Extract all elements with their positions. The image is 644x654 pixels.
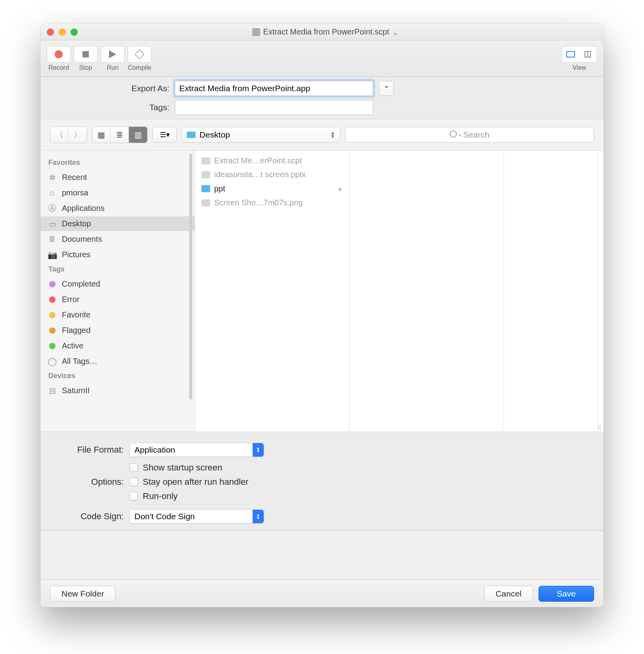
record-button[interactable]: [47, 46, 71, 63]
file-browser: Favorites ✲Recent⌂pmorsaⒶApplications▭De…: [40, 151, 604, 432]
close-window-button[interactable]: [47, 29, 54, 36]
sidebar-item-label: Completed: [62, 279, 100, 289]
save-label: Save: [557, 589, 576, 599]
nav-back-forward: 〈 〉: [50, 126, 87, 143]
options-label: Options:: [48, 477, 124, 487]
tags-input[interactable]: [175, 100, 373, 115]
sidebar-item-applications[interactable]: ⒶApplications: [40, 201, 195, 216]
minimize-window-button[interactable]: [59, 29, 66, 36]
sidebar-device-saturnii[interactable]: ⊟SaturnII: [40, 383, 195, 398]
stop-button[interactable]: [74, 46, 98, 63]
apps-icon: Ⓐ: [48, 205, 57, 212]
export-as-field-wrap: [175, 81, 373, 96]
sidebar-tag-favorite[interactable]: Favorite: [40, 308, 195, 322]
cancel-button[interactable]: Cancel: [484, 586, 533, 602]
view-mode-2[interactable]: [579, 46, 597, 62]
run-button[interactable]: [101, 46, 125, 63]
zoom-window-button[interactable]: [71, 29, 78, 36]
sidebar-tag-completed[interactable]: Completed: [40, 277, 195, 291]
search-field[interactable]: Search: [345, 127, 594, 143]
file-format-label: File Format:: [48, 445, 124, 455]
hammer-icon: [134, 49, 144, 59]
file-icon: [201, 171, 210, 178]
checkbox-1[interactable]: [129, 478, 138, 486]
titlebar: Extract Media from PowerPoint.scpt ⌄: [40, 24, 604, 40]
export-sheet: Export As: ⌃ Tags: 〈 〉 ▦ ≣ ▥ ☰▾: [40, 77, 604, 531]
arrange-button[interactable]: ☰▾: [152, 127, 177, 143]
sidebar-scrollbar[interactable]: [189, 154, 192, 400]
view-mode-1[interactable]: [562, 46, 579, 62]
compile-label: Compile: [128, 64, 151, 71]
sidebar-item-recent[interactable]: ✲Recent: [40, 170, 195, 185]
nav-back-button[interactable]: 〈: [50, 127, 69, 143]
new-folder-label: New Folder: [61, 589, 104, 599]
column-resize-grip[interactable]: ||: [598, 424, 604, 432]
location-popup[interactable]: Desktop ▲▼: [182, 127, 340, 143]
compile-button[interactable]: [128, 46, 151, 63]
icon-view-button[interactable]: ▦: [92, 127, 111, 143]
sidebar-item-label: All Tags…: [62, 357, 98, 366]
sidebar-item-label: Favorite: [62, 310, 90, 319]
select-arrows-icon: ▲▼: [253, 510, 264, 523]
file-row: ideasonsta…t screen.pptx: [197, 168, 347, 182]
list-view-button[interactable]: ≣: [111, 127, 129, 143]
checkbox-label: Run-only: [143, 491, 178, 501]
sidebar-item-label: Active: [62, 341, 83, 350]
sidebar-item-pmorsa[interactable]: ⌂pmorsa: [40, 185, 195, 200]
file-row: Extract Me…erPoint.scpt: [197, 154, 347, 168]
sidebar-group-favorites: Favorites: [40, 156, 195, 169]
nav-forward-button[interactable]: 〉: [69, 127, 87, 143]
script-editor-toolbar: Record Stop Run Compile View: [40, 40, 604, 77]
checkbox-2[interactable]: [129, 492, 138, 501]
window-title-text: Extract Media from PowerPoint.scpt: [263, 27, 389, 36]
traffic-lights: [47, 29, 78, 36]
sidebar-tag-all[interactable]: ◯All Tags…: [40, 354, 195, 369]
sidebar-item-documents[interactable]: 🗎Documents: [40, 232, 195, 247]
home-icon: ⌂: [48, 189, 57, 197]
save-button[interactable]: Save: [539, 586, 594, 602]
sidebar-tag-error[interactable]: Error: [40, 292, 195, 307]
docs-icon: 🗎: [48, 235, 57, 243]
export-as-label: Export As:: [48, 84, 169, 93]
title-menu-chevron-icon[interactable]: ⌄: [392, 27, 399, 37]
sidebar-tag-active[interactable]: Active: [40, 338, 195, 353]
sidebar: Favorites ✲Recent⌂pmorsaⒶApplications▭De…: [40, 151, 195, 432]
play-icon: [109, 50, 116, 58]
sidebar-item-label: Documents: [62, 235, 102, 244]
tag-color-icon: [49, 281, 56, 287]
stop-icon: [82, 51, 89, 57]
tag-color-icon: [49, 312, 56, 318]
desktop-icon: ▭: [48, 220, 57, 228]
checkbox-0[interactable]: [129, 463, 138, 472]
file-format-value: Application: [134, 445, 175, 455]
code-sign-select[interactable]: Don't Code Sign ▲▼: [129, 509, 264, 524]
file-format-select[interactable]: Application ▲▼: [129, 443, 264, 457]
updown-icon: ▲▼: [330, 131, 335, 138]
column-view-button[interactable]: ▥: [129, 127, 147, 143]
file-row: Screen Sho…7m07s.png: [197, 196, 347, 210]
export-as-input[interactable]: [175, 81, 373, 96]
sidebar-item-label: Error: [62, 295, 79, 304]
folder-row[interactable]: ppt▸: [197, 182, 347, 196]
disk-icon: ⊟: [48, 387, 57, 395]
view-mode-segment[interactable]: [562, 46, 597, 63]
sidebar-item-label: Flagged: [62, 326, 90, 335]
run-label: Run: [107, 64, 118, 71]
sidebar-group-devices: Devices: [40, 369, 195, 382]
folder-icon: [187, 132, 196, 138]
sidebar-item-desktop[interactable]: ▭Desktop: [40, 216, 195, 231]
export-options: File Format: Application ▲▼ Options: Sho…: [40, 432, 604, 530]
chevron-up-icon: ⌃: [384, 85, 389, 92]
column-pane-1: Extract Me…erPoint.scptideasonsta…t scre…: [195, 151, 349, 432]
sidebar-item-label: Applications: [62, 204, 105, 213]
chevron-right-icon: ▸: [339, 184, 343, 193]
sidebar-item-label: Pictures: [62, 250, 90, 259]
record-label: Record: [48, 64, 69, 71]
new-folder-button[interactable]: New Folder: [50, 586, 115, 602]
document-proxy-icon: [252, 28, 260, 36]
sidebar-item-pictures[interactable]: 📷Pictures: [40, 247, 195, 262]
sidebar-tag-flagged[interactable]: Flagged: [40, 323, 195, 338]
expand-collapse-button[interactable]: ⌃: [379, 81, 394, 96]
record-icon: [55, 50, 63, 58]
column-pane-3: [504, 151, 598, 432]
